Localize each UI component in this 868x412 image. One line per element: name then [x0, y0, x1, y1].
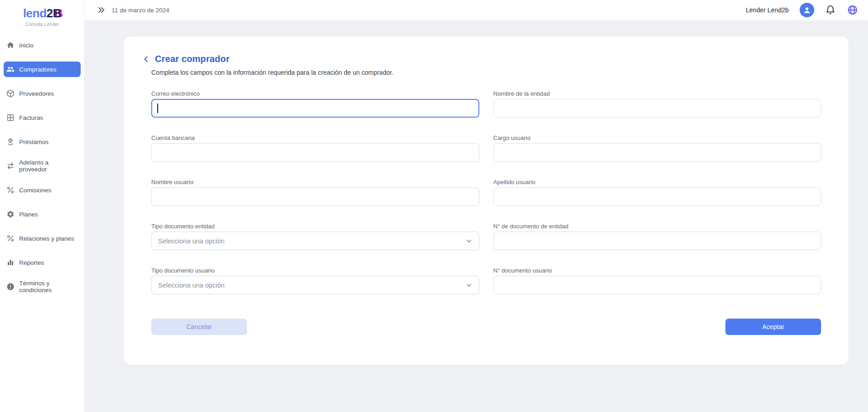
field-label: Nombre de la entidad: [493, 90, 822, 97]
sidebar-item-label: Compradores: [19, 66, 56, 73]
field-cargo-usuario: Cargo usuario: [493, 134, 822, 162]
tipo-documento-entidad-select[interactable]: Selecciona una opción: [151, 232, 479, 250]
field-cuenta-bancaria: Cuenta bancaria: [151, 134, 479, 162]
sidebar: lend2B Consola Lender Inicio Compradores…: [0, 0, 85, 412]
current-date: 11 de marzo de 2024: [112, 7, 169, 14]
accept-button[interactable]: Aceptar: [725, 319, 821, 335]
sidebar-item-label: Inicio: [19, 42, 34, 49]
topbar: 11 de marzo de 2024 Lender Lend2b: [85, 0, 868, 20]
field-label: N° de documento de entidad: [493, 223, 822, 230]
sidebar-item-proveedores[interactable]: Proveedores: [4, 86, 81, 101]
create-buyer-card: Crear comprador Completa los campos con …: [124, 36, 848, 365]
field-apellido-usuario: Apellido usuario: [493, 179, 822, 206]
sidebar-item-label: Proveedores: [19, 90, 54, 97]
chevron-down-icon: [465, 237, 473, 245]
numero-documento-usuario-input[interactable]: [493, 276, 822, 294]
sidebar-item-compradores[interactable]: Compradores: [4, 62, 81, 77]
sidebar-item-adelanto-a-proveedor[interactable]: Adelanto a proveedor: [4, 158, 81, 174]
field-label: Tipo documento usuario: [151, 267, 479, 274]
sidebar-item-label: Relaciones y planes: [19, 235, 74, 242]
loan-icon: $: [6, 138, 15, 146]
tipo-documento-usuario-select[interactable]: Selecciona una opción: [151, 276, 479, 294]
sidebar-item-reportes[interactable]: Reportes: [4, 255, 81, 270]
sidebar-nav: Inicio Compradores Proveedores Facturas …: [0, 35, 84, 294]
page-subtitle: Completa los campos con la información r…: [151, 69, 821, 76]
notifications-bell-icon[interactable]: [825, 5, 836, 15]
main-area: 11 de marzo de 2024 Lender Lend2b Crear …: [85, 0, 868, 412]
logo: lend2B Consola Lender: [0, 0, 84, 35]
sidebar-item-comisiones[interactable]: Comisiones: [4, 182, 81, 198]
sidebar-item-planes[interactable]: Planes: [4, 206, 81, 222]
field-numero-documento-entidad: N° de documento de entidad: [493, 223, 822, 250]
package-icon: [6, 89, 15, 98]
content-area: Crear comprador Completa los campos con …: [85, 20, 868, 412]
cargo-usuario-input[interactable]: [493, 143, 822, 162]
user-name: Lender Lend2b: [746, 6, 789, 14]
text-cursor: [157, 103, 158, 113]
create-buyer-form: Correo electrónico Nombre de la entidad …: [151, 90, 821, 294]
cuenta-bancaria-input[interactable]: [151, 143, 479, 162]
nombre-usuario-input[interactable]: [151, 187, 479, 206]
sidebar-item-prestamos[interactable]: $ Préstamos: [4, 134, 81, 149]
home-icon: [6, 41, 15, 49]
grid-icon: [6, 113, 15, 122]
field-label: Correo electrónico: [151, 90, 479, 97]
sidebar-item-label: Facturas: [19, 114, 43, 121]
collapse-sidebar-icon[interactable]: [97, 6, 105, 14]
field-nombre-de-la-entidad: Nombre de la entidad: [493, 90, 822, 118]
field-correo-electronico: Correo electrónico: [151, 90, 479, 118]
page-title: Crear comprador: [155, 54, 230, 64]
user-avatar[interactable]: [800, 3, 814, 17]
field-nombre-usuario: Nombre usuario: [151, 179, 479, 206]
sidebar-item-label: Reportes: [19, 259, 44, 266]
sidebar-item-label: Comisiones: [19, 187, 51, 194]
sidebar-item-facturas[interactable]: Facturas: [4, 110, 81, 125]
percent-icon: [6, 234, 15, 242]
sidebar-item-label: Adelanto a proveedor: [19, 159, 78, 173]
svg-text:$: $: [10, 139, 11, 143]
bar-chart-icon: [6, 258, 15, 267]
logo-text-lend: lend: [23, 6, 46, 20]
nombre-entidad-input[interactable]: [493, 99, 822, 118]
correo-electronico-input[interactable]: [151, 99, 479, 118]
sidebar-item-label: Planes: [19, 211, 38, 218]
field-tipo-documento-usuario: Tipo documento usuario Selecciona una op…: [151, 267, 479, 294]
sidebar-item-label: Préstamos: [19, 139, 49, 145]
field-numero-documento-usuario: N° documento usuario: [493, 267, 822, 294]
field-tipo-documento-entidad: Tipo documento entidad Selecciona una op…: [151, 223, 479, 250]
select-placeholder: Selecciona una opción: [158, 282, 225, 289]
field-label: Cargo usuario: [493, 134, 822, 141]
logo-text-b: B: [53, 6, 61, 20]
sidebar-item-label: Términos y condiciones: [19, 280, 78, 294]
sidebar-item-inicio[interactable]: Inicio: [4, 37, 81, 53]
field-label: Cuenta bancaria: [151, 134, 479, 141]
percent-icon: [6, 186, 15, 194]
numero-documento-entidad-input[interactable]: [493, 232, 822, 250]
gear-icon: [6, 210, 15, 218]
logo-text-2: 2: [46, 6, 53, 20]
swap-arrows-icon: [6, 162, 15, 170]
exclamation-circle-icon: [6, 283, 15, 291]
select-placeholder: Selecciona una opción: [158, 237, 225, 245]
field-label: Apellido usuario: [493, 179, 822, 185]
sidebar-item-terminos-y-condiciones[interactable]: Términos y condiciones: [4, 279, 81, 294]
chevron-down-icon: [465, 282, 473, 289]
language-globe-icon[interactable]: [847, 5, 858, 15]
field-label: Nombre usuario: [151, 179, 479, 185]
field-label: N° documento usuario: [493, 267, 822, 274]
field-label: Tipo documento entidad: [151, 223, 479, 230]
logo-subtitle: Consola Lender: [0, 21, 84, 27]
sidebar-item-relaciones-y-planes[interactable]: Relaciones y planes: [4, 231, 81, 246]
back-chevron-icon[interactable]: [142, 55, 151, 64]
users-icon: [6, 65, 15, 73]
apellido-usuario-input[interactable]: [493, 187, 822, 206]
cancel-button[interactable]: Cancelar: [151, 319, 247, 335]
